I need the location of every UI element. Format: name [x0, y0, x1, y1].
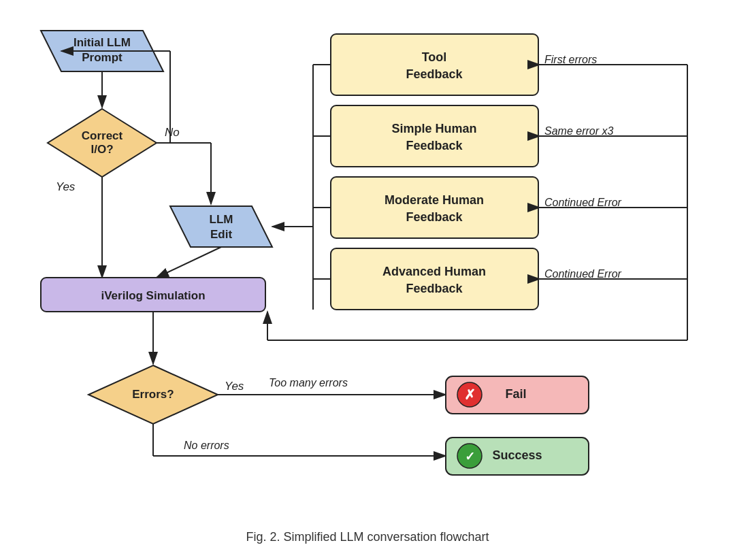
advanced-feedback-node: [331, 248, 538, 310]
yes-label: Yes: [56, 180, 76, 193]
initial-prompt-label: Initial LLM: [74, 36, 131, 49]
fail-x-symbol: ✗: [464, 387, 476, 402]
llm-edit-label: LLM: [210, 213, 233, 226]
continued-error-1-label: Continued Error: [544, 197, 622, 208]
no-errors-label: No errors: [184, 440, 229, 451]
caption: Fig. 2. Simplified LLM conversation flow…: [246, 530, 489, 544]
yes-errors-label: Yes: [225, 380, 244, 393]
iverilog-label: iVerilog Simulation: [101, 289, 205, 302]
moderate-feedback-label2: Feedback: [406, 210, 463, 224]
correct-io-label2: I/O?: [91, 143, 113, 156]
initial-prompt-label2: Prompt: [82, 51, 122, 64]
success-check-symbol: ✓: [465, 450, 475, 463]
advanced-feedback-label: Advanced Human: [382, 265, 486, 278]
same-error-label: Same error x3: [544, 125, 613, 137]
success-label: Success: [492, 448, 542, 462]
first-errors-label: First errors: [544, 54, 597, 65]
moderate-feedback-node: [331, 177, 538, 238]
simple-feedback-node: [331, 105, 538, 167]
too-many-errors-label: Too many errors: [269, 377, 348, 389]
arrow-edit-to-iverilog: [157, 247, 221, 278]
continued-error-2-label: Continued Error: [544, 268, 622, 280]
tool-feedback-label: Tool: [422, 50, 447, 64]
tool-feedback-node: [331, 34, 538, 95]
simple-feedback-label2: Feedback: [406, 139, 463, 152]
moderate-feedback-label: Moderate Human: [385, 193, 484, 207]
tool-feedback-label2: Feedback: [406, 67, 463, 81]
llm-edit-label2: Edit: [210, 228, 232, 241]
no-label: No: [165, 126, 180, 139]
errors-label: Errors?: [132, 388, 174, 401]
advanced-feedback-label2: Feedback: [406, 282, 463, 295]
fail-label: Fail: [505, 387, 526, 401]
flowchart-diagram: Initial LLM Prompt Correct I/O? No LLM E…: [0, 0, 735, 560]
correct-io-label: Correct: [82, 129, 123, 142]
llm-edit-node: [170, 206, 272, 247]
simple-feedback-label: Simple Human: [391, 122, 476, 135]
